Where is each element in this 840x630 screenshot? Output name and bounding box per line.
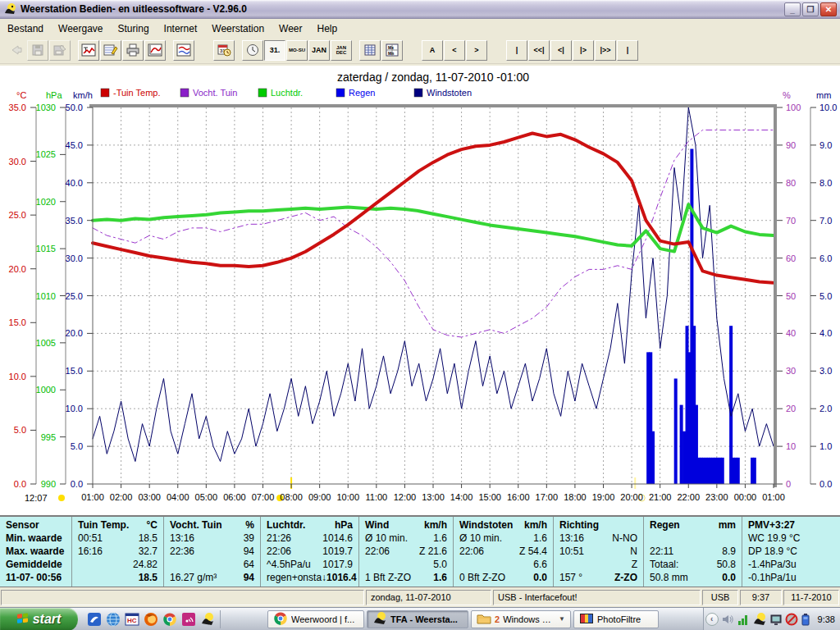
menu-item-sturing[interactable]: Sturing [111, 21, 157, 37]
svg-text:Mn: Mn [388, 51, 394, 56]
toolbar-view-week-button[interactable]: MO-SU [286, 40, 308, 61]
toolbar-go-start-button[interactable]: | [506, 40, 527, 61]
restore-button[interactable]: ❐ [802, 2, 819, 16]
svg-text:35.0: 35.0 [9, 103, 26, 112]
table-header: Windkm/h [359, 518, 453, 532]
rain-bar [674, 378, 678, 484]
tray-weather-icon[interactable] [752, 612, 767, 627]
toolbar-print-icon[interactable] [122, 40, 144, 61]
menu-item-help[interactable]: Help [310, 21, 345, 37]
table-column-tuin-temp: Tuin Temp.°C00:5118.516:1632.724.8218.5 [72, 517, 164, 587]
weather-chart: zaterdag / zondag, 11-07-2010 -01:00-Tui… [0, 66, 840, 515]
quicklaunch-weather-icon[interactable] [199, 611, 216, 628]
window-title: Weerstation Bedien- en uitleessoftware -… [21, 3, 783, 15]
sensor-table: SensorMin. waardeMax. waardeGemiddelde11… [0, 515, 840, 587]
svg-text:5.0: 5.0 [14, 425, 26, 435]
svg-text:03:00: 03:00 [138, 492, 161, 502]
svg-text:02:00: 02:00 [110, 492, 133, 502]
svg-text:1005: 1005 [36, 338, 56, 348]
tray-chevron-icon[interactable]: ‹ [705, 613, 719, 626]
legend-swatch-vocht-tuin [180, 89, 189, 97]
table-header: Regenmm [644, 518, 742, 532]
status-bar: zondag, 11-07-2010USB - Interfacefout!US… [0, 588, 840, 607]
start-button[interactable]: start [0, 608, 78, 630]
toolbar-fwd-step-button[interactable]: |> [573, 40, 594, 61]
table-value-row: 21:261014.6 [261, 532, 358, 545]
table-value-row: 0 Bft Z-ZO0.0 [454, 571, 553, 584]
menu-item-weer[interactable]: Weer [272, 21, 309, 37]
toolbar-prev-button[interactable]: < [444, 40, 465, 61]
toolbar-view-year-button[interactable]: JANDEC [331, 40, 352, 61]
toolbar-cal-clock-icon[interactable]: 31 [213, 40, 235, 61]
tray-blocked-icon[interactable] [785, 613, 798, 626]
toolbar-back-step-button[interactable]: <| [550, 40, 572, 61]
legend-swatch-luchtdr [258, 89, 267, 97]
task-photofiltre[interactable]: PhotoFiltre [573, 610, 659, 628]
quick-launch: HC [86, 611, 216, 628]
toolbar-chart-multi-icon[interactable] [173, 40, 194, 61]
table-column-luchtdr: Luchtdr.hPa21:261014.622:061019.7^4.5hPa… [261, 517, 359, 587]
svg-text:1.0: 1.0 [819, 441, 832, 451]
toolbar-back-fast-button[interactable]: <<| [528, 40, 550, 61]
svg-text:10:00: 10:00 [336, 492, 359, 502]
svg-text:8.0: 8.0 [819, 178, 832, 188]
toolbar-auto-scale-button[interactable]: A [422, 40, 443, 61]
tray-signal-icon[interactable] [737, 613, 750, 626]
task-windows-v[interactable]: 2Windows V...▼ [471, 610, 571, 628]
toolbar-table-view-icon[interactable] [359, 40, 381, 61]
svg-text:1015: 1015 [36, 244, 56, 253]
toolbar-chart-curve-icon[interactable] [144, 40, 166, 61]
close-button[interactable]: ✕ [820, 2, 837, 16]
menu-item-weerstation[interactable]: Weerstation [204, 21, 272, 37]
quicklaunch-globe-icon[interactable] [105, 611, 121, 628]
svg-text:23:00: 23:00 [705, 492, 728, 502]
tray-clock: 9:38 [818, 614, 835, 624]
weather-icon [372, 611, 387, 628]
task-weerwoord-f[interactable]: Weerwoord | f... [267, 610, 364, 628]
svg-text:0.0: 0.0 [14, 479, 26, 489]
toolbar-edit-table-icon[interactable] [100, 40, 121, 61]
axis-title-km-h: km/h [73, 90, 93, 100]
quicklaunch-wireless-icon[interactable] [180, 611, 197, 628]
rain-bar [651, 431, 655, 484]
chart-panel: zaterdag / zondag, 11-07-2010 -01:00-Tui… [0, 66, 840, 515]
svg-text:50: 50 [786, 291, 796, 301]
table-value-row [644, 532, 742, 545]
svg-text:08:00: 08:00 [280, 492, 303, 502]
status-panel-usb-interfacefout: USB - Interfacefout! [493, 590, 701, 605]
toolbar-maxmin-icon[interactable]: MxMn [381, 40, 403, 61]
toolbar-clock-icon[interactable] [242, 40, 263, 61]
toolbar-chart-temp-icon[interactable] [78, 40, 99, 61]
svg-text:20.0: 20.0 [9, 264, 26, 274]
table-row-label: Sensor [0, 518, 71, 532]
svg-text:0: 0 [786, 479, 791, 489]
minimize-button[interactable]: _ [784, 2, 801, 16]
svg-text:04:00: 04:00 [167, 492, 189, 502]
menu-item-weergave[interactable]: Weergave [51, 21, 110, 37]
svg-text:10: 10 [786, 441, 796, 451]
toolbar-view-month-button[interactable]: JAN [308, 40, 330, 61]
quicklaunch-hc-icon[interactable]: HC [124, 611, 140, 628]
quicklaunch-messenger-icon[interactable] [86, 611, 103, 628]
svg-text:Mx: Mx [388, 45, 394, 50]
toolbar-save-icon [27, 40, 48, 61]
tray-volume-icon[interactable] [721, 613, 734, 626]
svg-text:45.0: 45.0 [66, 140, 83, 150]
menu-item-bestand[interactable]: Bestand [0, 21, 51, 37]
table-value-row: 6.6 [454, 558, 553, 571]
toolbar-view-day-button[interactable]: 31. [264, 40, 285, 61]
toolbar-go-end-button[interactable]: | [617, 40, 638, 61]
svg-text:20: 20 [786, 404, 796, 413]
tray-display-icon[interactable] [769, 613, 783, 626]
task-tfa-weersta[interactable]: TFA - Weersta... [367, 610, 468, 628]
quicklaunch-firefox-icon[interactable] [143, 611, 159, 628]
toolbar-fwd-fast-button[interactable]: |>> [595, 40, 616, 61]
tray-battery-icon[interactable] [801, 613, 810, 626]
quicklaunch-chrome-icon[interactable] [162, 611, 178, 628]
table-value-row: 24.82 [72, 558, 163, 571]
status-panel-0 [1, 590, 364, 605]
toolbar-next-button[interactable]: > [466, 40, 487, 61]
menu-item-internet[interactable]: Internet [157, 21, 205, 37]
status-panel-9-37: 9:37 [740, 590, 782, 605]
chart-title: zaterdag / zondag, 11-07-2010 -01:00 [337, 71, 529, 84]
